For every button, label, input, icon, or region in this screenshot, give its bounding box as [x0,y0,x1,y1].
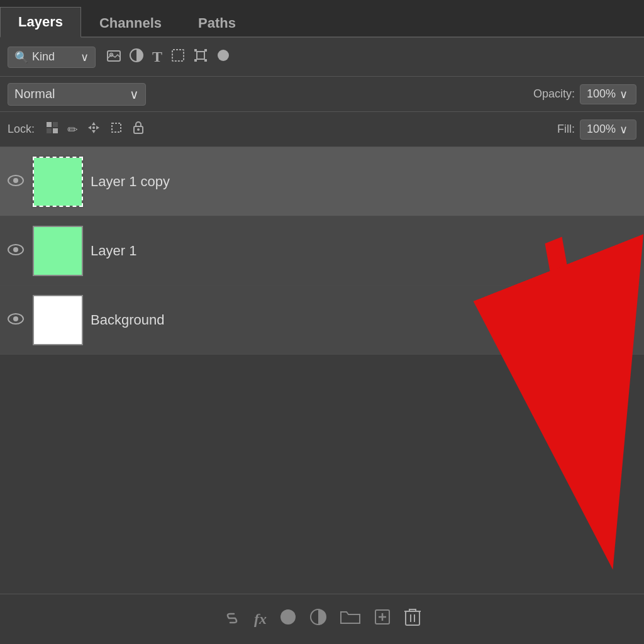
fill-value: 100% [587,123,616,136]
visibility-icon-layer1copy[interactable] [8,174,25,190]
lock-all-icon[interactable] [132,121,145,138]
lock-move-icon[interactable] [87,121,101,138]
svg-marker-17 [96,126,99,130]
svg-rect-40 [406,611,419,625]
svg-rect-7 [194,59,197,62]
layer-thumb-layer1 [33,226,83,276]
svg-point-23 [13,178,18,183]
bottom-toolbar: fx [0,594,644,644]
fill-label: Fill: [557,123,575,136]
layer-item-background[interactable]: Background [0,286,644,355]
svg-point-9 [218,50,229,61]
layer-item-layer1copy[interactable]: Layer 1 copy [0,147,644,216]
blend-mode-dropdown[interactable]: Normal ∨ [8,83,146,106]
lock-transparency-icon[interactable] [46,121,58,137]
tab-layers[interactable]: Layers [0,7,81,38]
svg-rect-13 [53,128,58,133]
chevron-down-icon: ∨ [80,50,89,64]
adjustment-layer-icon[interactable] [309,608,327,630]
svg-rect-19 [112,123,121,132]
lock-artboard-icon[interactable] [109,121,123,138]
fx-icon[interactable]: fx [254,611,267,628]
background-lock-icon [623,310,636,330]
lock-label: Lock: [8,123,35,136]
fill-chevron-icon: ∨ [619,123,628,136]
layer-thumb-background [33,295,83,345]
layer-name-layer1: Layer 1 [91,243,636,259]
new-fill-icon[interactable] [279,608,297,630]
lock-paint-icon[interactable]: ✏ [67,122,78,137]
new-layer-icon[interactable] [374,608,391,630]
layer-name-background: Background [91,312,615,328]
layers-and-arrow: Layer 1 copy Layer 1 [0,147,644,594]
svg-rect-8 [204,59,207,62]
svg-point-33 [280,609,296,625]
tab-bar: Layers Channels Paths [0,0,644,38]
svg-point-18 [92,126,95,129]
artboard-filter-icon[interactable] [194,48,208,66]
layer-name-layer1copy: Layer 1 copy [91,174,636,190]
adjustment-filter-icon[interactable] [130,48,143,66]
kind-dropdown[interactable]: 🔍 Kind ∨ [8,47,96,68]
layers-list: Layer 1 copy Layer 1 [0,147,644,594]
svg-rect-3 [172,50,184,61]
layer-item-layer1[interactable]: Layer 1 [0,216,644,286]
filter-icons: T [107,48,230,66]
opacity-value: 100% [587,87,616,101]
group-layers-icon[interactable] [340,608,361,630]
image-filter-icon[interactable] [107,49,121,65]
svg-marker-16 [88,126,91,130]
svg-rect-6 [204,49,207,52]
filter-bar: 🔍 Kind ∨ T [0,38,644,77]
delete-layer-icon[interactable] [404,607,421,631]
lock-row: Lock: ✏ [0,112,644,147]
link-icon[interactable] [223,609,242,629]
opacity-input[interactable]: 100% ∨ [580,84,636,104]
svg-point-21 [137,128,140,131]
svg-rect-10 [47,122,52,127]
search-icon: 🔍 [14,50,28,64]
svg-rect-4 [197,52,204,59]
visibility-icon-background[interactable] [8,312,25,328]
opacity-label: Opacity: [533,87,575,101]
chevron-down-icon: ∨ [130,87,139,102]
tab-channels[interactable]: Channels [81,8,180,38]
svg-point-25 [13,247,18,252]
circle-filter-icon[interactable] [216,48,230,66]
opacity-chevron-icon: ∨ [619,87,628,101]
fill-group: Fill: 100% ∨ [557,119,636,140]
svg-marker-14 [92,122,96,125]
blend-mode-label: Normal [14,87,55,101]
visibility-icon-layer1[interactable] [8,243,25,259]
svg-rect-5 [194,49,197,52]
svg-marker-15 [92,130,96,133]
kind-label: Kind [32,50,55,64]
layer-thumb-layer1copy [33,157,83,207]
svg-rect-11 [53,122,58,127]
shape-filter-icon[interactable] [171,48,185,66]
svg-rect-12 [47,128,52,133]
blend-mode-row: Normal ∨ Opacity: 100% ∨ [0,77,644,112]
svg-point-29 [628,319,631,322]
layers-panel: Layers Channels Paths 🔍 Kind ∨ [0,0,644,644]
text-filter-icon[interactable]: T [152,48,162,65]
fill-input[interactable]: 100% ∨ [580,119,636,140]
tab-paths[interactable]: Paths [180,8,254,38]
svg-point-27 [13,316,18,321]
opacity-group: Opacity: 100% ∨ [533,84,636,104]
